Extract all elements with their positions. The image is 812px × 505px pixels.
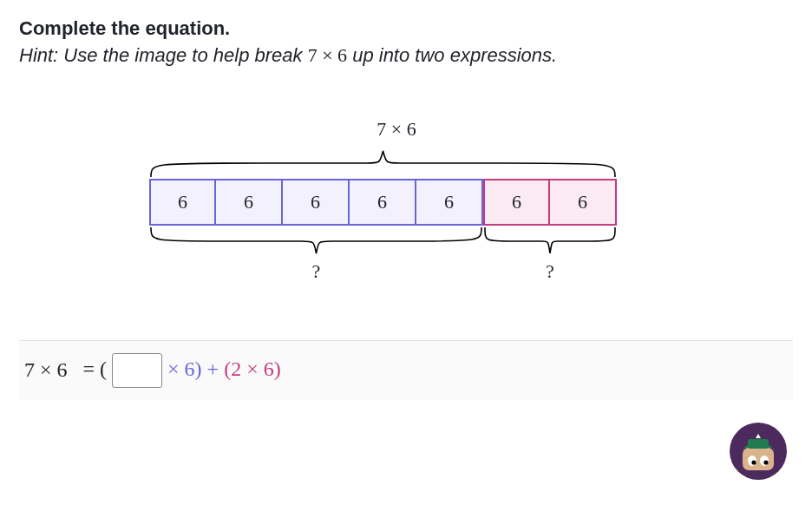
- eq-lhs: 7 × 6: [19, 358, 68, 382]
- pink-group: 6 6: [483, 179, 617, 226]
- tape-boxes: 6 6 6 6 6 6 6: [149, 179, 644, 226]
- cell: 6: [350, 179, 416, 226]
- cell: 6: [416, 179, 483, 226]
- q-right: ?: [483, 260, 617, 283]
- cell: 6: [550, 179, 617, 226]
- tape-diagram: 7 × 6 6 6 6 6 6 6 6 ? ?: [19, 118, 644, 283]
- equation-row: 7 × 6 = ( × 6) + (2 × 6): [19, 340, 793, 400]
- top-brace: [149, 148, 617, 179]
- cell: 6: [216, 179, 283, 226]
- prompt-title: Complete the equation.: [19, 17, 230, 39]
- eq-rhs: = ( × 6) + (2 × 6): [83, 353, 281, 388]
- hint-pre: Hint: Use the image to help break: [19, 44, 308, 66]
- cell: 6: [149, 179, 216, 226]
- diagram-top-label: 7 × 6: [19, 118, 644, 141]
- bottom-braces: [149, 226, 644, 257]
- bottom-brace-left: [149, 226, 483, 257]
- question-marks: ? ?: [149, 260, 644, 283]
- cell: 6: [283, 179, 350, 226]
- hint-expr: 7 × 6: [308, 44, 347, 66]
- hint-post: up into two expressions.: [347, 44, 557, 66]
- prompt-block: Complete the equation. Hint: Use the ima…: [19, 16, 592, 69]
- bottom-brace-right: [483, 226, 617, 257]
- prompt-hint: Hint: Use the image to help break 7 × 6 …: [19, 44, 557, 66]
- cell: 6: [483, 179, 550, 226]
- eq-open: = (: [83, 357, 108, 379]
- answer-input[interactable]: [112, 353, 162, 388]
- eq-after-input: × 6) +: [167, 357, 224, 379]
- eq-pink-part: (2 × 6): [224, 357, 281, 379]
- purple-group: 6 6 6 6 6: [149, 179, 483, 226]
- q-left: ?: [149, 260, 483, 283]
